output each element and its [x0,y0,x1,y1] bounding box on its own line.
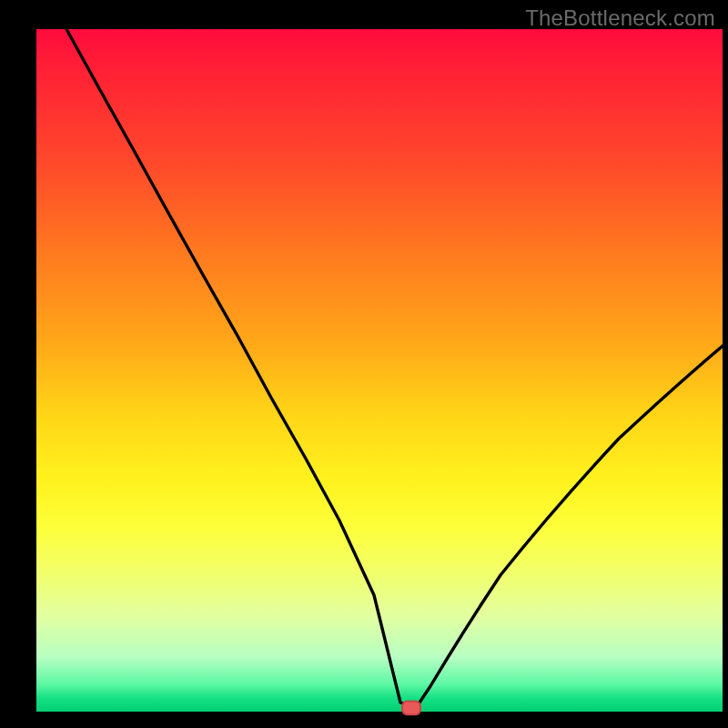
optimal-point-marker [401,701,421,716]
plot-area [36,29,723,712]
chart-frame: TheBottleneck.com [0,0,728,728]
watermark-text: TheBottleneck.com [525,5,715,31]
curve-path [66,29,723,708]
bottleneck-curve [36,29,723,712]
